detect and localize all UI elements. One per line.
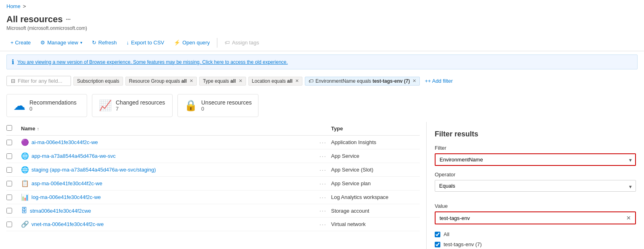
operator-select-wrapper: Equals ▾	[435, 180, 636, 197]
filter-chip-resource-group-remove[interactable]: ✕	[190, 78, 193, 84]
checkbox-all-label: All	[444, 231, 449, 237]
main-content: Name ↑ Type 🟣 ai-ma-006e41fe30c44f2c-we …	[0, 122, 644, 249]
row-more-icon[interactable]: ···	[319, 221, 327, 228]
filter-field-label: Filter	[435, 145, 636, 151]
filter-panel-title: Filter results	[435, 130, 636, 138]
operator-select[interactable]: Equals	[435, 180, 636, 192]
operator-label: Operator	[435, 172, 636, 178]
chip-tag-icon: 🏷	[308, 78, 313, 84]
resource-icon: 📊	[21, 193, 29, 201]
recommendations-card[interactable]: ☁ Recommendations 0	[6, 94, 87, 117]
resource-link[interactable]: staging (app-ma-a73a8544a45d476a-we-svc/…	[31, 167, 156, 173]
resource-link[interactable]: stma006e41fe30c44f2cwe	[30, 208, 91, 214]
more-options-icon[interactable]: ···	[66, 16, 71, 23]
recommendations-count: 0	[29, 106, 77, 112]
resource-type: App Service	[331, 153, 420, 159]
resource-type: Log Analytics workspace	[331, 194, 420, 200]
checkbox-envname: test-tags-env (7)	[435, 239, 636, 249]
resource-icon: 🌐	[21, 166, 29, 174]
breadcrumb-home[interactable]: Home	[6, 3, 21, 9]
row-more-icon[interactable]: ···	[319, 180, 327, 187]
name-column-header: Name	[21, 126, 35, 132]
resource-type: App Service (Slot)	[331, 167, 420, 173]
row-checkbox[interactable]	[6, 153, 12, 159]
checkbox-envname-label: test-tags-env (7)	[444, 241, 482, 247]
filter-chip-subscription[interactable]: Subscription equals	[73, 77, 123, 86]
row-checkbox[interactable]	[6, 140, 12, 145]
changed-resources-card[interactable]: 📈 Changed resources 7	[92, 94, 173, 117]
row-checkbox[interactable]	[6, 167, 12, 173]
toolbar-separator	[217, 38, 217, 48]
row-checkbox[interactable]	[6, 208, 12, 213]
assign-tags-button[interactable]: 🏷 Assign tags	[221, 38, 263, 48]
resource-icon: 🗄	[21, 207, 27, 214]
tag-icon: 🏷	[225, 40, 230, 46]
sort-arrow-icon[interactable]: ↑	[37, 126, 39, 131]
summary-cards: ☁ Recommendations 0 📈 Changed resources …	[0, 89, 644, 122]
breadcrumb-separator: >	[23, 3, 26, 9]
value-input[interactable]	[440, 215, 626, 221]
resource-type: Application Insights	[331, 139, 420, 145]
resource-link[interactable]: app-ma-a73a8544a45d476a-we-svc	[31, 153, 116, 159]
info-banner-link[interactable]: You are viewing a new version of Browse …	[17, 59, 288, 65]
table-row: 🗄 stma006e41fe30c44f2cwe ··· Storage acc…	[6, 204, 420, 218]
filter-chip-type-remove[interactable]: ✕	[239, 78, 242, 84]
table-row: 🟣 ai-ma-006e41fe30c44f2c-we ··· Applicat…	[6, 136, 420, 149]
refresh-icon: ↻	[92, 40, 96, 46]
filter-chip-location-remove[interactable]: ✕	[295, 78, 299, 84]
resource-icon: 🔗	[21, 220, 29, 228]
table-row: 📊 log-ma-006e41fe30c44f2c-we ··· Log Ana…	[6, 190, 420, 204]
select-all-checkbox[interactable]	[6, 125, 12, 131]
query-icon: ⚡	[174, 40, 180, 46]
filter-chip-type[interactable]: Type equals all ✕	[199, 77, 246, 86]
checkbox-envname-input[interactable]	[435, 242, 440, 247]
row-checkbox[interactable]	[6, 181, 12, 186]
resource-link[interactable]: asp-ma-006e41fe30c44f2c-we	[31, 180, 102, 186]
row-checkbox[interactable]	[6, 222, 12, 227]
resource-icon: 🟣	[21, 138, 29, 146]
create-button[interactable]: + Create	[6, 38, 35, 48]
unsecure-resources-card[interactable]: 🔒 Unsecure resources 0	[177, 94, 258, 117]
open-query-button[interactable]: ⚡ Open query	[170, 38, 214, 48]
page-header: All resources ··· Microsoft (microsoft.o…	[0, 13, 644, 34]
checkbox-all: All	[435, 229, 636, 239]
manage-view-button[interactable]: ⚙ Manage view ▾	[36, 38, 86, 48]
filter-input-box[interactable]: ⊟ Filter for any field...	[6, 76, 71, 86]
row-more-icon[interactable]: ···	[319, 139, 327, 146]
filter-chip-envname[interactable]: 🏷 EnvironmentName equals test-tags-env (…	[305, 77, 420, 86]
resources-table: Name ↑ Type 🟣 ai-ma-006e41fe30c44f2c-we …	[0, 122, 426, 249]
filter-chip-envname-remove[interactable]: ✕	[413, 78, 416, 84]
breadcrumb: Home >	[0, 0, 644, 13]
row-more-icon[interactable]: ···	[319, 153, 327, 159]
row-more-icon[interactable]: ···	[319, 194, 327, 201]
resource-link[interactable]: ai-ma-006e41fe30c44f2c-we	[31, 139, 98, 145]
resource-icon: 📋	[21, 180, 29, 187]
filter-chip-resource-group[interactable]: Resource Group equals all ✕	[125, 77, 197, 86]
table-row: 🌐 app-ma-a73a8544a45d476a-we-svc ··· App…	[6, 149, 420, 163]
resource-type: App Service plan	[331, 180, 420, 186]
recommendations-icon: ☁	[13, 98, 25, 113]
resource-link[interactable]: vnet-ma-006e41fe30c44f2c-we	[31, 221, 104, 227]
filter-field-select-wrapper: EnvironmentName ▾	[435, 153, 636, 166]
filter-chip-location[interactable]: Location equals all ✕	[248, 77, 303, 86]
resource-link[interactable]: log-ma-006e41fe30c44f2c-we	[31, 194, 101, 200]
row-more-icon[interactable]: ···	[319, 167, 327, 173]
add-filter-button[interactable]: + + Add filter	[422, 77, 455, 85]
row-checkbox[interactable]	[6, 195, 12, 200]
unsecure-resources-icon: 🔒	[184, 99, 197, 112]
changed-resources-count: 7	[116, 106, 165, 112]
toolbar: + Create ⚙ Manage view ▾ ↻ Refresh ↓ Exp…	[0, 34, 644, 51]
export-csv-button[interactable]: ↓ Export to CSV	[122, 38, 168, 48]
row-more-icon[interactable]: ···	[319, 207, 327, 214]
page-subtitle: Microsoft (microsoft.onmicrosoft.com)	[6, 25, 638, 31]
plus-icon: +	[425, 78, 428, 84]
resource-icon: 🌐	[21, 152, 29, 160]
chevron-down-icon: ▾	[80, 40, 82, 45]
gear-icon: ⚙	[40, 40, 45, 46]
resource-type: Virtual network	[331, 221, 420, 227]
checkbox-all-input[interactable]	[435, 232, 440, 237]
page-title: All resources	[6, 14, 63, 25]
refresh-button[interactable]: ↻ Refresh	[88, 38, 121, 48]
value-clear-icon[interactable]: ✕	[626, 215, 631, 221]
filter-field-select[interactable]: EnvironmentName	[435, 153, 636, 166]
